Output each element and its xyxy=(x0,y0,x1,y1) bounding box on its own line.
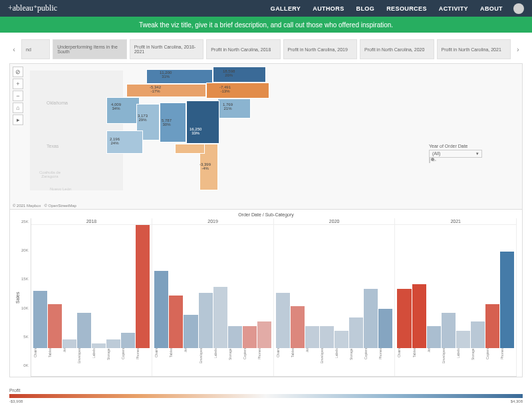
bar[interactable] xyxy=(349,317,363,348)
story-prev[interactable]: ‹ xyxy=(9,45,19,53)
bar[interactable] xyxy=(106,339,120,348)
story-tab-1[interactable]: Profit in North Carolina, 2018-2021 xyxy=(130,39,203,59)
story-next[interactable]: › xyxy=(513,45,523,53)
bars xyxy=(274,225,395,348)
slider-next[interactable]: > xyxy=(434,158,437,162)
story-tab-2[interactable]: Profit in North Carolina, 2018 xyxy=(206,39,280,59)
bar[interactable] xyxy=(33,291,47,348)
x-label: Chairs xyxy=(397,348,411,376)
bar[interactable] xyxy=(169,296,183,348)
chart-plot[interactable]: 2018ChairsTablesArtEnvelopesLabelsStorag… xyxy=(31,218,517,377)
year-group: 2018ChairsTablesArtEnvelopesLabelsStorag… xyxy=(31,218,153,376)
label-alabama: 5,78730% xyxy=(162,118,172,126)
map-controls: ⊘ + − ⌂ ▸ xyxy=(13,67,23,125)
y-axis-ticks: 25K 20K 15K 10K 5K 0K xyxy=(20,218,31,377)
year-filter-dropdown[interactable]: (All)▾ xyxy=(429,150,482,158)
story-tab-3[interactable]: Profit in North Carolina, 2019 xyxy=(283,39,357,59)
bar[interactable] xyxy=(485,304,499,348)
bar[interactable] xyxy=(334,331,348,348)
bar[interactable] xyxy=(500,252,514,348)
bar[interactable] xyxy=(291,306,305,348)
state-georgia[interactable] xyxy=(186,101,219,144)
bar[interactable] xyxy=(456,331,470,348)
map-pan-icon[interactable]: ▸ xyxy=(13,114,23,125)
story-tab-4[interactable]: Profit in North Carolina, 2020 xyxy=(360,39,434,59)
label-tennessee: -5,342-17% xyxy=(150,85,161,93)
avatar[interactable] xyxy=(513,3,524,14)
map-search-icon[interactable]: ⊘ xyxy=(13,67,23,77)
x-labels: ChairsTablesArtEnvelopesLabelsStorageCop… xyxy=(152,348,273,376)
year-filter: Year of Order Date (All)▾ <> xyxy=(429,144,482,162)
nav-authors[interactable]: AUTHORS xyxy=(313,5,344,12)
year-header: 2019 xyxy=(152,218,273,225)
bar[interactable] xyxy=(121,333,135,348)
state-nc[interactable] xyxy=(206,83,269,99)
label-arkansas: 4,00934% xyxy=(111,102,121,110)
bar[interactable] xyxy=(92,343,106,348)
bar[interactable] xyxy=(378,309,392,348)
bar[interactable] xyxy=(48,304,62,348)
bar[interactable] xyxy=(364,289,378,348)
story-tab-partial[interactable]: nd xyxy=(21,39,50,59)
bg-texas: Texas xyxy=(47,144,59,148)
label-kentucky: 11,20031% xyxy=(160,71,172,79)
tip-banner: Tweak the viz title, give it a brief des… xyxy=(0,17,532,33)
legend-gradient xyxy=(9,394,523,398)
bar[interactable] xyxy=(228,326,242,348)
x-label: Copiers xyxy=(243,348,257,376)
story-tab-0[interactable]: Underperforming Items in the South xyxy=(53,39,126,59)
state-arkansas[interactable] xyxy=(106,97,140,124)
x-label: Chairs xyxy=(33,348,47,376)
bar[interactable] xyxy=(427,326,441,348)
x-labels: ChairsTablesArtEnvelopesLabelsStorageCop… xyxy=(395,348,516,376)
year-header: 2021 xyxy=(395,218,516,225)
nav-about[interactable]: ABOUT xyxy=(480,5,503,12)
bar[interactable] xyxy=(305,326,319,348)
x-label: Envelopes xyxy=(320,348,334,376)
bar[interactable] xyxy=(154,271,168,348)
main-nav: GALLERY AUTHORS BLOG RESOURCES ACTIVITY … xyxy=(271,5,503,12)
year-header: 2020 xyxy=(274,218,395,225)
nav-gallery[interactable]: GALLERY xyxy=(271,5,301,12)
state-florida-pan[interactable] xyxy=(175,144,205,154)
bar[interactable] xyxy=(412,284,426,348)
map-view[interactable]: ⊘ + − ⌂ ▸ Oklahoma Texas Coahuila de Zar… xyxy=(9,63,523,210)
bar[interactable] xyxy=(213,287,227,349)
x-label: Envelopes xyxy=(199,348,213,376)
label-florida: -3,399-4% xyxy=(200,162,211,170)
bar[interactable] xyxy=(184,315,198,348)
bar[interactable] xyxy=(471,321,485,348)
bar[interactable] xyxy=(136,225,150,348)
logo[interactable]: +ableau⁺public xyxy=(8,3,57,13)
nav-blog[interactable]: BLOG xyxy=(356,5,375,12)
x-label: Storage xyxy=(471,348,485,376)
map-zoom-out[interactable]: − xyxy=(13,91,23,101)
bar[interactable] xyxy=(442,313,456,348)
bar[interactable] xyxy=(243,326,257,348)
bars xyxy=(152,225,273,348)
bar[interactable] xyxy=(320,326,334,348)
label-virginia: 18,59826% xyxy=(223,69,235,77)
bar[interactable] xyxy=(397,289,411,348)
state-kentucky[interactable] xyxy=(146,69,213,84)
nav-activity[interactable]: ACTIVITY xyxy=(439,5,468,12)
bar[interactable] xyxy=(77,313,91,348)
bar[interactable] xyxy=(257,321,271,348)
nav-resources[interactable]: RESOURCES xyxy=(386,5,427,12)
x-label: Copiers xyxy=(485,348,499,376)
bar[interactable] xyxy=(276,293,290,348)
bars xyxy=(31,225,152,348)
bar[interactable] xyxy=(199,293,213,348)
state-virginia[interactable] xyxy=(213,67,266,83)
year-slider[interactable] xyxy=(429,157,430,163)
story-tab-5[interactable]: Profit in North Carolina, 2021 xyxy=(437,39,511,59)
legend-min: -$3,908 xyxy=(9,399,23,403)
x-label: Tables xyxy=(169,348,183,376)
x-label: Copiers xyxy=(121,348,135,376)
map-zoom-in[interactable]: + xyxy=(13,79,23,89)
bar[interactable] xyxy=(63,339,76,348)
state-tennessee[interactable] xyxy=(126,84,206,97)
map-home-icon[interactable]: ⌂ xyxy=(13,102,23,113)
x-label: Labels xyxy=(334,348,348,376)
bg-coahuila: Coahuila de Zaragoza xyxy=(33,170,66,178)
